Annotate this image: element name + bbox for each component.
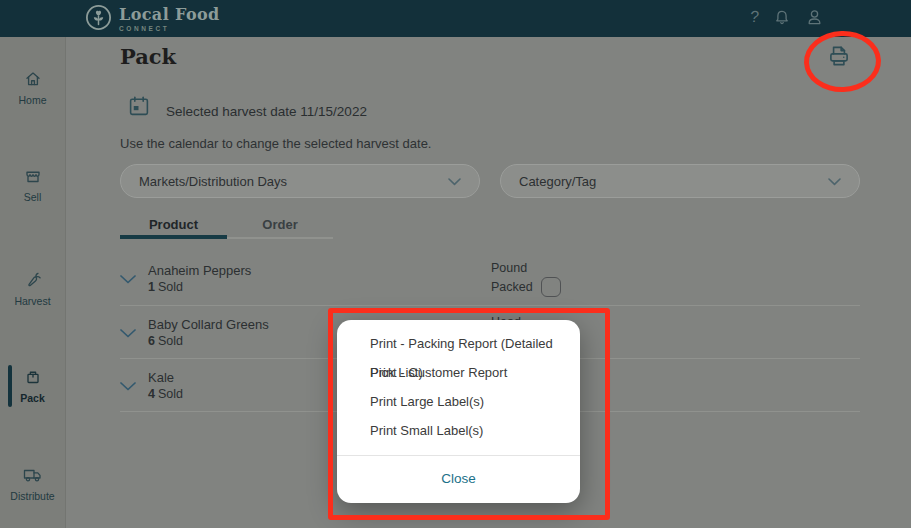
sidebar-item-home[interactable]: Home	[0, 70, 65, 106]
product-name: Kale	[148, 370, 174, 385]
brand-text: Local Food CONNECT	[119, 7, 220, 33]
selected-harvest-date: Selected harvest date 11/15/2022	[166, 104, 367, 119]
brand[interactable]: Local Food CONNECT	[85, 4, 220, 35]
sidebar-item-label: Sell	[24, 191, 42, 203]
dropdown-label: Markets/Distribution Days	[139, 174, 287, 189]
sidebar-item-harvest[interactable]: Harvest	[0, 270, 65, 307]
product-unit: Pound	[491, 261, 527, 275]
calendar-hint: Use the calendar to change the selected …	[120, 136, 431, 151]
sidebar-item-sell[interactable]: Sell	[0, 167, 65, 203]
packed-row: Packed	[491, 277, 561, 297]
brand-subtitle: CONNECT	[119, 25, 220, 32]
menu-item-print-packing-report[interactable]: Print - Packing Report (Detailed Pick Li…	[337, 329, 580, 358]
product-name: Anaheim Peppers	[148, 263, 251, 278]
packed-checkbox[interactable]	[541, 277, 561, 297]
sidebar-item-label: Harvest	[14, 295, 50, 307]
chevron-down-icon[interactable]	[120, 377, 136, 395]
print-button[interactable]	[825, 43, 853, 71]
truck-icon	[22, 466, 43, 487]
close-button[interactable]: Close	[337, 456, 580, 502]
sidebar: Home Sell Harvest	[0, 37, 66, 528]
product-row[interactable]: Anaheim Peppers 1Sold Pound Packed	[120, 252, 860, 306]
sidebar-item-label: Distribute	[10, 490, 54, 502]
user-icon[interactable]	[804, 6, 824, 28]
chevron-down-icon[interactable]	[120, 324, 136, 342]
product-sold: 6Sold	[148, 334, 183, 348]
home-icon	[24, 70, 42, 91]
active-tab-indicator	[120, 235, 227, 239]
calendar-icon[interactable]	[128, 95, 150, 117]
brand-logo-icon	[85, 4, 112, 35]
page-title: Pack	[120, 44, 176, 69]
menu-item-print-customer-report[interactable]: Print - Customer Report	[337, 358, 580, 387]
product-sold: 4Sold	[148, 387, 183, 401]
markets-filter-dropdown[interactable]: Markets/Distribution Days	[120, 164, 480, 198]
product-sold: 1Sold	[148, 280, 183, 294]
sidebar-item-label: Pack	[20, 392, 45, 404]
sidebar-item-distribute[interactable]: Distribute	[0, 466, 65, 502]
menu-item-print-large-labels[interactable]: Print Large Label(s)	[337, 387, 580, 416]
brand-name: Local Food	[119, 7, 220, 24]
app-root: Local Food CONNECT ?	[0, 0, 911, 528]
tab-order[interactable]: Order	[227, 215, 333, 235]
app-header: Local Food CONNECT ?	[0, 0, 911, 37]
packed-label: Packed	[491, 280, 533, 294]
menu-item-print-small-labels[interactable]: Print Small Label(s)	[337, 416, 580, 445]
storefront-icon	[24, 167, 42, 188]
bell-icon[interactable]	[772, 6, 792, 28]
chevron-down-icon[interactable]	[120, 270, 136, 288]
tab-product[interactable]: Product	[120, 215, 227, 235]
print-options-modal: Print - Packing Report (Detailed Pick Li…	[337, 320, 580, 503]
product-name: Baby Collard Greens	[148, 317, 269, 332]
category-filter-dropdown[interactable]: Category/Tag	[500, 164, 860, 198]
printer-icon	[826, 57, 852, 72]
dropdown-label: Category/Tag	[519, 174, 596, 189]
chevron-down-icon	[448, 172, 461, 190]
carrot-icon	[24, 270, 42, 292]
chevron-down-icon	[828, 172, 841, 190]
sidebar-item-label: Home	[18, 94, 46, 106]
help-icon[interactable]: ?	[744, 6, 764, 28]
sidebar-item-pack[interactable]: Pack	[0, 368, 65, 404]
box-icon	[24, 368, 42, 389]
